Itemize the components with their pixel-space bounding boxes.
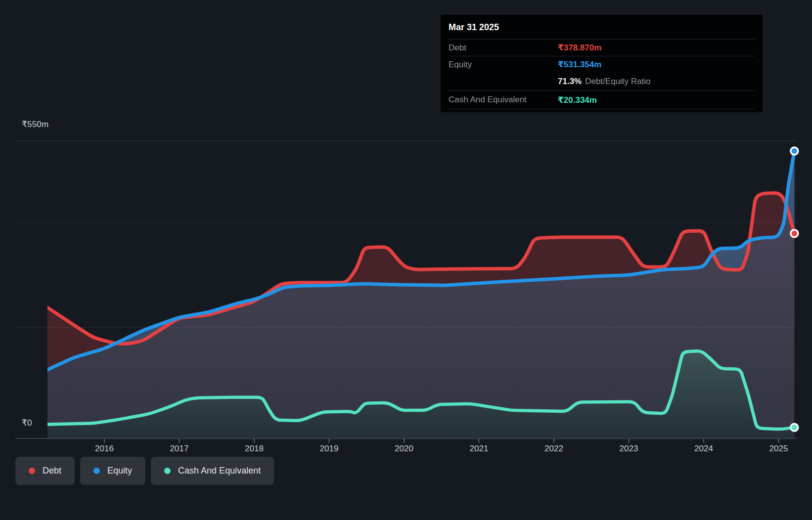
tooltip-debt-value: ₹378.870m [558, 43, 601, 53]
tooltip-ratio-value: 71.3% [558, 77, 582, 87]
cash-endpoint-dot[interactable] [791, 424, 798, 431]
chart-fills [47, 151, 795, 438]
x-axis-label-2018: 2018 [245, 444, 264, 454]
legend-debt-label: Debt [43, 466, 61, 476]
tooltip-debt-label: Debt [449, 43, 558, 53]
x-axis-label-2020: 2020 [395, 444, 413, 454]
x-axis-label-2016: 2016 [95, 444, 114, 454]
chart-legend: Debt Equity Cash And Equivalent [15, 457, 274, 485]
y-axis-label-max: ₹550m [22, 119, 48, 130]
legend-item-cash[interactable]: Cash And Equivalent [151, 457, 274, 485]
x-axis-label-2021: 2021 [470, 444, 489, 454]
tooltip-cash-label: Cash And Equivalent [449, 95, 558, 105]
cash-legend-dot-icon [164, 468, 171, 474]
tooltip-equity-row: Equity ₹531.354m [449, 56, 755, 73]
x-axis-label-2023: 2023 [620, 444, 638, 454]
tooltip-equity-label: Equity [449, 60, 558, 70]
x-axis-label-2025: 2025 [769, 444, 788, 454]
equity-endpoint-dot[interactable] [791, 147, 798, 155]
tooltip-date: Mar 31 2025 [449, 15, 755, 39]
chart-tooltip: Mar 31 2025 Debt ₹378.870m Equity ₹531.3… [441, 15, 763, 112]
legend-item-equity[interactable]: Equity [80, 457, 145, 485]
tooltip-ratio-row: 71.3% Debt/Equity Ratio [449, 73, 755, 90]
equity-legend-dot-icon [93, 468, 100, 474]
debt-endpoint-dot[interactable] [791, 230, 798, 237]
x-axis-label-2024: 2024 [694, 444, 713, 454]
legend-item-debt[interactable]: Debt [15, 457, 75, 485]
x-axis-label-2019: 2019 [320, 444, 339, 454]
tooltip-ratio-label: Debt/Equity Ratio [585, 77, 650, 87]
tooltip-cash-value: ₹20.334m [558, 95, 597, 105]
x-axis-label-2022: 2022 [544, 444, 563, 454]
tooltip-equity-value: ₹531.354m [558, 59, 601, 70]
legend-equity-label: Equity [107, 466, 132, 476]
debt-legend-dot-icon [29, 468, 35, 474]
balance-sheet-history-chart: ₹550m ₹0 2016201720182019202020212022202… [0, 0, 812, 520]
tooltip-cash-row: Cash And Equivalent ₹20.334m [449, 91, 755, 109]
x-axis-label-2017: 2017 [170, 444, 189, 454]
y-axis-label-zero: ₹0 [22, 418, 32, 428]
legend-cash-label: Cash And Equivalent [178, 466, 261, 476]
tooltip-debt-row: Debt ₹378.870m [449, 40, 755, 56]
